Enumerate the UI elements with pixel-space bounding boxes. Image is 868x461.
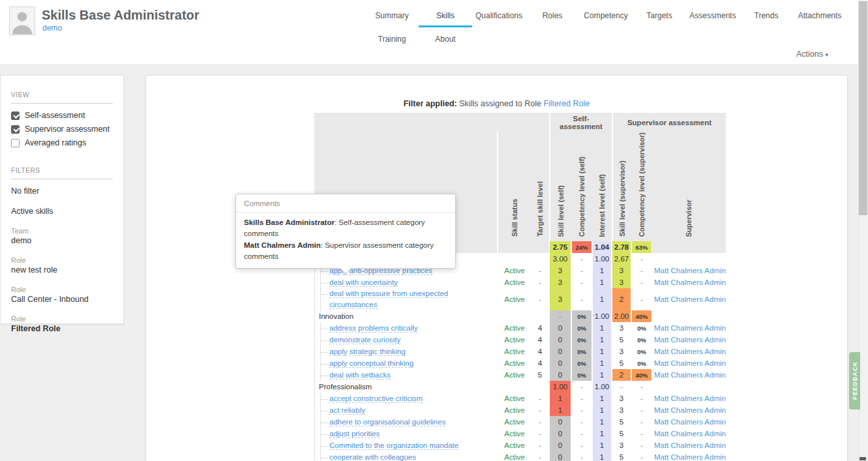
tab-about[interactable]: About	[419, 27, 472, 49]
value-cell: 0%	[631, 322, 652, 334]
supervisor-link[interactable]: Matt Chalmers Admin	[654, 278, 726, 286]
filter-item-no-filter[interactable]: No filter	[11, 186, 113, 196]
skill-link-commited-to-the-organization-mandate[interactable]: Commited to the organization mandate	[329, 441, 458, 450]
skill-link-demonstrate-curiosity[interactable]: demonstrate curiosity	[329, 336, 400, 344]
tab-assessments[interactable]: Assessments	[686, 4, 740, 27]
skill-link-act-reliably[interactable]: act reliably	[329, 406, 365, 415]
value-cell: -	[571, 276, 592, 288]
cell-value: 0%	[577, 325, 586, 332]
view-option-averaged-ratings[interactable]: Averaged ratings	[11, 138, 113, 147]
table-scrollbar-thumb[interactable]	[860, 457, 866, 460]
skill-link-address-problems-critically[interactable]: address problems critically	[329, 324, 418, 333]
cell-value: 0	[558, 359, 562, 367]
tab-targets[interactable]: Targets	[633, 4, 686, 27]
skill-link-apply-strategic-thinking[interactable]: apply strategic thinking	[329, 348, 406, 356]
supervisor-link[interactable]: Matt Chalmers Admin	[654, 348, 726, 355]
actions-button[interactable]: Actions ▾	[796, 50, 828, 59]
tab-qualifications[interactable]: Qualifications	[472, 4, 526, 27]
cell-value: 2	[620, 295, 623, 303]
skill-link-adjust-priorities[interactable]: adjust priorities	[329, 430, 380, 438]
cell-value: 0%	[577, 348, 586, 355]
skill-name-cell: cooperate with colleagues	[314, 451, 497, 461]
supervisor-link[interactable]: Matt Chalmers Admin	[654, 453, 726, 461]
value-cell: 0	[549, 357, 571, 369]
checkbox-unchecked-icon[interactable]	[11, 139, 20, 147]
skill-status-cell: Active	[497, 393, 531, 404]
feedback-button[interactable]: FEEDBACK	[849, 352, 860, 409]
supervisor-link[interactable]: Matt Chalmers Admin	[654, 359, 726, 367]
checkbox-checked-icon[interactable]	[11, 125, 20, 134]
supervisor-link[interactable]: Matt Chalmers Admin	[654, 267, 726, 275]
filter-item-new-test-role[interactable]: Rolenew test role	[11, 256, 113, 275]
checkbox-checked-icon[interactable]	[11, 112, 20, 120]
skill-link-deal-with-uncertainty[interactable]: deal with uncertainty	[329, 278, 398, 287]
tab-competency[interactable]: Competency	[579, 4, 633, 27]
cell-value: 1.04	[595, 243, 609, 251]
filter-item-call-center-inbound[interactable]: RoleCall Center - Inbound	[11, 286, 113, 304]
skill-link-accept-constructive-criticism[interactable]: accept constructive criticism	[329, 394, 423, 403]
skill-name-cell: address problems critically	[314, 322, 497, 334]
value-cell: 0%	[571, 334, 592, 346]
empty-value: -	[580, 278, 583, 286]
cell-value: 1	[600, 348, 604, 355]
skill-link-adhere-to-organisational-guidelines[interactable]: adhere to organisational guidelines	[329, 418, 445, 426]
value-cell: 24%	[571, 241, 592, 253]
value-cell: 1.00	[549, 381, 571, 393]
skill-link-deal-with-setbacks[interactable]: deal with setbacks	[329, 371, 391, 379]
tab-roles[interactable]: Roles	[526, 4, 579, 27]
target-level-cell	[531, 241, 549, 253]
filter-item-filtered-role[interactable]: RoleFiltered Role	[11, 315, 113, 333]
target-level-cell: 4	[531, 346, 549, 357]
tab-trends[interactable]: Trends	[740, 4, 793, 27]
skill-status-cell: Active	[497, 346, 531, 357]
cell-value: 0%	[637, 336, 646, 344]
target-level-cell	[531, 310, 549, 322]
filter-item-demo[interactable]: Teamdemo	[11, 227, 113, 245]
supervisor-link[interactable]: Matt Chalmers Admin	[654, 394, 726, 402]
supervisor-link[interactable]: Matt Chalmers Admin	[654, 441, 726, 449]
value-cell: -	[571, 288, 592, 310]
supervisor-link[interactable]: Matt Chalmers Admin	[654, 295, 726, 303]
empty-value: -	[580, 394, 583, 402]
skill-row-accept-constructive-criticism: accept constructive criticismActive-1-13…	[314, 393, 726, 404]
skill-name-cell: apply strategic thinking	[314, 346, 497, 357]
page-subtitle-link[interactable]: demo	[42, 23, 62, 33]
skill-status-cell	[497, 310, 531, 322]
empty-value: -	[580, 295, 583, 303]
supervisor-link[interactable]: Matt Chalmers Admin	[654, 336, 726, 344]
view-option-supervisor-assessment[interactable]: Supervisor assessment	[11, 125, 113, 134]
cell-value: 1.00	[595, 255, 609, 263]
value-cell: 63%	[631, 241, 652, 253]
supervisor-link[interactable]: Matt Chalmers Admin	[654, 418, 726, 426]
skill-link-cooperate-with-colleagues[interactable]: cooperate with colleagues	[329, 453, 416, 461]
skill-link-apply-conceptual-thinking[interactable]: apply conceptual thinking	[329, 359, 413, 368]
skill-name-cell: Professionalism	[314, 381, 497, 393]
comments-tooltip: Comments Skills Base Administrator: Self…	[235, 194, 456, 269]
tab-training[interactable]: Training	[365, 27, 419, 49]
supervisor-link[interactable]: Matt Chalmers Admin	[654, 371, 726, 379]
cell-value: 1	[600, 430, 604, 438]
tab-summary[interactable]: Summary	[365, 4, 419, 27]
empty-value: -	[640, 418, 643, 426]
skill-row-deal-with-setbacks: deal with setbacksActive500%1240%Matt Ch…	[314, 369, 726, 381]
filters-section-label: FILTERS	[11, 167, 113, 179]
tab-attachments[interactable]: Attachments	[793, 4, 846, 27]
filter-list: No filterActive skillsTeamdemoRolenew te…	[11, 186, 113, 333]
target-level-cell: -	[531, 404, 549, 416]
filter-applied-role-link[interactable]: Filtered Role	[543, 99, 590, 108]
filter-item-active-skills[interactable]: Active skills	[11, 207, 113, 216]
skill-row-address-problems-critically: address problems criticallyActive400%130…	[314, 322, 726, 334]
cell-value: 1	[600, 324, 604, 332]
page-scrollbar-thumb[interactable]	[859, 1, 867, 215]
skill-status-cell: Active	[497, 334, 531, 346]
cell-value: 1	[600, 359, 604, 367]
skill-link-deal-with-pressure-from-unexpected-circumstances[interactable]: deal with pressure from unexpected circu…	[329, 290, 448, 309]
skill-status-cell: Active	[497, 404, 531, 416]
supervisor-link[interactable]: Matt Chalmers Admin	[654, 406, 726, 414]
supervisor-link[interactable]: Matt Chalmers Admin	[654, 324, 726, 332]
tab-skills[interactable]: Skills	[419, 4, 472, 27]
view-option-self-assessment[interactable]: Self-assessment	[11, 111, 113, 120]
skill-name-cell: deal with uncertainty	[314, 276, 497, 288]
empty-value: -	[580, 453, 583, 461]
supervisor-link[interactable]: Matt Chalmers Admin	[654, 430, 726, 438]
